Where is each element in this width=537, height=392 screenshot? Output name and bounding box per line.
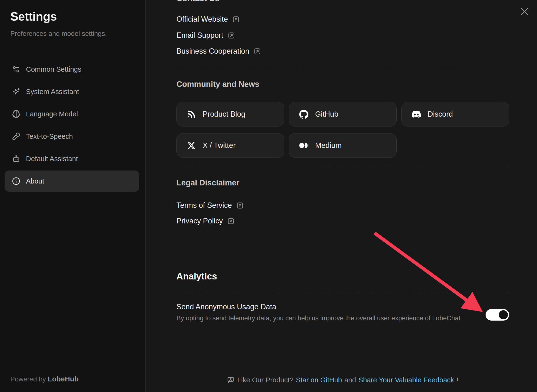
section-divider xyxy=(176,294,509,294)
link-label: Business Cooperation xyxy=(176,47,249,56)
contact-us-heading: Contact Us xyxy=(176,0,219,3)
community-heading: Community and News xyxy=(176,80,259,89)
x-twitter-icon xyxy=(187,141,196,150)
sliders-icon xyxy=(12,65,20,73)
button-label: Product Blog xyxy=(203,110,245,119)
medium-button[interactable]: Medium xyxy=(289,133,397,158)
powered-by-text: Powered by xyxy=(10,375,46,383)
footer-message: Like Our Product? Star on GitHub and Sha… xyxy=(176,375,509,385)
footer-text-suffix: ! xyxy=(456,376,458,384)
terms-of-service-link[interactable]: Terms of Service xyxy=(176,200,244,211)
sidebar-item-label: About xyxy=(26,177,44,185)
business-cooperation-link[interactable]: Business Cooperation xyxy=(176,46,261,57)
page-subtitle: Preferences and model settings. xyxy=(10,30,107,38)
section-divider xyxy=(176,167,509,167)
bot-icon xyxy=(12,155,20,163)
link-label: Official Website xyxy=(176,15,228,24)
github-icon xyxy=(299,110,308,119)
sidebar-item-about[interactable]: About xyxy=(5,171,139,192)
brain-icon xyxy=(12,110,20,118)
link-label: Email Support xyxy=(176,31,223,40)
external-link-icon xyxy=(232,16,240,23)
info-icon xyxy=(12,177,20,185)
community-buttons: Product Blog GitHub Discord X / Twitter … xyxy=(176,102,509,158)
discord-icon xyxy=(412,110,421,119)
button-label: GitHub xyxy=(315,110,338,119)
button-label: X / Twitter xyxy=(203,141,236,150)
section-divider xyxy=(176,69,509,69)
share-feedback-link[interactable]: Share Your Valuable Feedback xyxy=(358,376,454,384)
sidebar-item-label: Default Assistant xyxy=(26,155,78,163)
powered-by: Powered by LobeHub xyxy=(10,375,79,383)
footer-text-prefix: Like Our Product? xyxy=(237,376,293,384)
legal-heading: Legal Disclaimer xyxy=(176,178,239,187)
external-link-icon xyxy=(228,32,235,39)
button-label: Discord xyxy=(428,110,453,119)
toggle-knob xyxy=(499,310,508,319)
usage-toggle[interactable] xyxy=(486,309,509,321)
page-title: Settings xyxy=(10,10,57,24)
official-website-link[interactable]: Official Website xyxy=(176,14,240,25)
star-on-github-link[interactable]: Star on GitHub xyxy=(296,376,342,384)
medium-icon xyxy=(299,141,308,150)
analytics-heading: Analytics xyxy=(176,271,217,282)
github-button[interactable]: GitHub xyxy=(289,102,397,126)
sidebar-item-text-to-speech[interactable]: Text-to-Speech xyxy=(5,126,139,147)
sidebar-item-label: System Assistant xyxy=(26,88,79,96)
grid-empty-cell xyxy=(401,133,509,158)
lobehub-brand[interactable]: LobeHub xyxy=(48,375,79,383)
rss-icon xyxy=(187,110,196,119)
external-link-icon xyxy=(254,48,261,55)
privacy-policy-link[interactable]: Privacy Policy xyxy=(176,216,235,226)
sparkles-icon xyxy=(12,88,20,96)
product-blog-button[interactable]: Product Blog xyxy=(176,102,284,126)
sidebar-item-label: Language Model xyxy=(26,110,78,118)
sidebar-item-system-assistant[interactable]: System Assistant xyxy=(5,81,139,102)
sidebar-item-language-model[interactable]: Language Model xyxy=(5,103,139,125)
settings-nav: Common Settings System Assistant Languag… xyxy=(5,59,139,193)
link-label: Terms of Service xyxy=(176,201,232,210)
external-link-icon xyxy=(227,217,235,225)
sidebar-item-common-settings[interactable]: Common Settings xyxy=(5,59,139,80)
sidebar-item-label: Text-to-Speech xyxy=(26,133,73,140)
button-label: Medium xyxy=(315,141,342,150)
discord-button[interactable]: Discord xyxy=(401,102,509,126)
footer-text-middle: and xyxy=(344,376,356,384)
x-twitter-button[interactable]: X / Twitter xyxy=(176,133,284,158)
usage-data-label: Send Anonymous Usage Data xyxy=(176,303,276,311)
email-support-link[interactable]: Email Support xyxy=(176,30,235,41)
mic-icon xyxy=(12,132,20,140)
feedback-bubble-icon xyxy=(227,376,234,384)
close-button[interactable] xyxy=(519,6,530,17)
sidebar-item-label: Common Settings xyxy=(26,65,81,73)
settings-sidebar: Settings Preferences and model settings.… xyxy=(0,0,146,392)
usage-data-description: By opting to send telemetry data, you ca… xyxy=(176,315,462,322)
close-icon xyxy=(519,6,530,17)
about-panel: Contact Us Official Website Email Suppor… xyxy=(176,0,509,392)
sidebar-item-default-assistant[interactable]: Default Assistant xyxy=(5,148,139,169)
external-link-icon xyxy=(236,202,244,209)
link-label: Privacy Policy xyxy=(176,217,223,225)
